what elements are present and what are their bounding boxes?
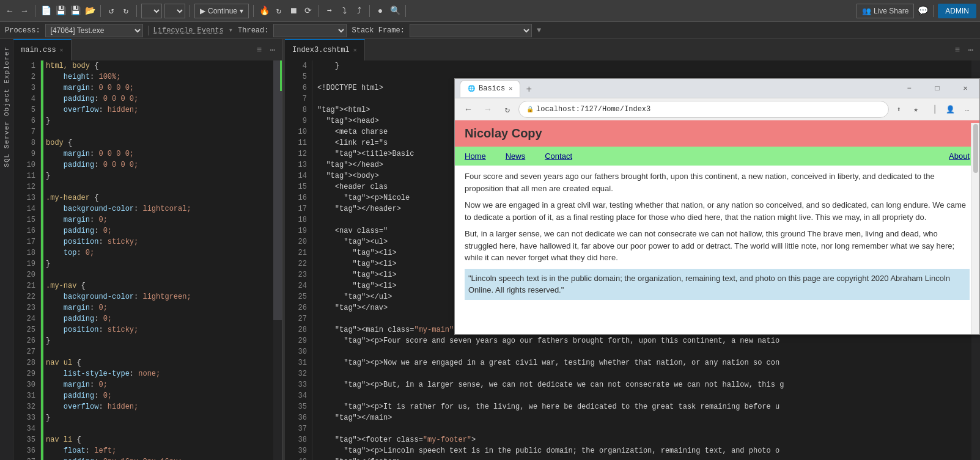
thread-label: Thread: — [238, 26, 268, 35]
feedback-icon[interactable]: 💬 — [916, 5, 929, 17]
cpu-dropdown[interactable]: Any CPU — [164, 4, 185, 18]
main-css-tab[interactable]: main.css ✕ — [13, 39, 72, 60]
css-tab-close[interactable]: ✕ — [60, 46, 64, 54]
breakpoint-icon[interactable]: ● — [374, 5, 386, 17]
redo-icon[interactable]: ↻ — [120, 5, 132, 17]
browser-window: 🌐 Basics ✕ + − □ ✕ ← → ↻ — [454, 78, 980, 335]
browser-tab-strip: 🌐 Basics ✕ + — [455, 80, 895, 97]
sidebar-toggle-icon[interactable]: ▕ — [926, 102, 940, 117]
browser-close-button[interactable]: ✕ — [951, 79, 979, 98]
file-icon[interactable]: 📄 — [40, 5, 52, 17]
index-tab-close[interactable]: ✕ — [353, 46, 357, 54]
stack-frame-selector[interactable] — [410, 24, 532, 37]
continue-button[interactable]: ▶ Continue ▾ — [194, 4, 249, 18]
live-share-button[interactable]: 👥 Live Share — [857, 4, 914, 18]
lifecycle-label: Lifecycle Events — [153, 26, 224, 35]
browser-scrollbar[interactable] — [971, 123, 979, 334]
sep2 — [100, 5, 101, 17]
stop-icon[interactable]: ⏹ — [287, 5, 300, 17]
undo-icon[interactable]: ↺ — [105, 5, 117, 17]
activity-bar: SQL Server Object Explorer — [0, 39, 13, 460]
play-icon: ▶ — [200, 7, 205, 15]
line-numbers: 1234567891011121314151617181920212223242… — [13, 60, 41, 460]
browser-favicon: 🌐 — [468, 85, 475, 92]
main-toolbar: ← → 📄 💾 💾 📂 ↺ ↻ Debug Any CPU ▶ Continue… — [0, 0, 980, 22]
collapse-icon[interactable]: ▼ — [537, 26, 541, 35]
maximize-button[interactable]: □ — [923, 79, 951, 98]
step-over-icon[interactable]: ➡ — [323, 5, 336, 17]
minimap[interactable] — [273, 60, 282, 460]
sep — [148, 26, 149, 35]
site-nav: Home News Contact About — [455, 147, 979, 166]
css-code-area[interactable]: html, body { height: 100%; margin: 0 0 0… — [41, 60, 273, 460]
site-header: Nicolay Copy — [455, 120, 979, 147]
diagnostics-icon[interactable]: 🔍 — [389, 5, 401, 17]
share-page-icon[interactable]: ⬆ — [891, 102, 906, 117]
forward-button[interactable]: → — [479, 101, 496, 118]
fire-icon[interactable]: 🔥 — [258, 5, 270, 17]
index-tab[interactable]: Index3.cshtml ✕ — [285, 39, 365, 60]
sep4 — [190, 5, 190, 17]
refresh-icon[interactable]: ↻ — [273, 5, 285, 17]
settings-icon[interactable]: … — [960, 102, 974, 117]
paragraph-3: But, in a larger sense, we can not dedic… — [465, 228, 970, 264]
nav-home[interactable]: Home — [455, 149, 496, 163]
nav-news[interactable]: News — [496, 149, 536, 163]
process-selector[interactable]: [47064] Test.exe — [45, 24, 143, 37]
lock-icon: 🔒 — [526, 106, 534, 113]
sep5 — [253, 5, 254, 17]
main-content: Four score and seven years ago our fathe… — [455, 166, 979, 310]
url-text: localhost:7127/Home/Index3 — [536, 105, 650, 114]
address-bar[interactable]: 🔒 localhost:7127/Home/Index3 — [518, 101, 889, 118]
profile-icon[interactable]: 👤 — [943, 102, 957, 117]
restart-icon[interactable]: ⟳ — [302, 5, 314, 17]
browser-nav-bar: ← → ↻ 🔒 localhost:7127/Home/Index3 ⬆ ★ ▕… — [455, 98, 979, 120]
process-label: Process: — [5, 26, 40, 35]
dropdown-arrow: ▾ — [240, 7, 243, 15]
bookmark-icon[interactable]: ★ — [908, 102, 923, 117]
thread-selector[interactable] — [273, 24, 347, 37]
paragraph-2: Now we are engaged in a great civil war,… — [465, 199, 970, 223]
new-tab-button[interactable]: + — [521, 82, 536, 97]
paragraph-4: "Lincoln speech text is in the public do… — [465, 269, 970, 300]
scrollbar-thumb — [973, 124, 978, 173]
tab-bar: main.css ✕ ≡ ⋯ — [13, 39, 282, 60]
process-bar: Process: [47064] Test.exe Lifecycle Even… — [0, 22, 980, 39]
index-tab-label: Index3.cshtml — [292, 46, 350, 54]
nav-actions: ⬆ ★ ▕ 👤 … — [891, 102, 974, 117]
open-icon[interactable]: 📂 — [84, 5, 96, 17]
sep6 — [319, 5, 319, 17]
browser-titlebar: 🌐 Basics ✕ + − □ ✕ — [455, 79, 979, 98]
css-editor-content: 1234567891011121314151617181920212223242… — [13, 60, 282, 460]
step-into-icon[interactable]: ⤵ — [338, 5, 350, 17]
stack-frame-label: Stack Frame: — [352, 26, 404, 35]
split-editor-icon[interactable]: ≡ — [254, 45, 265, 56]
right-panel: Index3.cshtml ✕ ≡ ⋯ 45678910111213141516… — [285, 39, 980, 460]
reload-button[interactable]: ↻ — [499, 101, 516, 118]
minimap-thumb — [273, 60, 282, 320]
nav-contact[interactable]: Contact — [535, 149, 582, 163]
browser-tab-title: Basics — [479, 84, 505, 93]
save-icon[interactable]: 💾 — [54, 5, 67, 17]
back-icon[interactable]: ← — [4, 5, 16, 17]
step-out-icon[interactable]: ⤴ — [353, 5, 365, 17]
forward-icon[interactable]: → — [18, 5, 31, 17]
main-layout: SQL Server Object Explorer main.css ✕ ≡ … — [0, 39, 980, 460]
sep8 — [405, 5, 406, 17]
tab-actions: ≡ ⋯ — [250, 39, 282, 60]
site-title: Nicolay Copy — [465, 126, 542, 140]
debug-dropdown[interactable]: Debug — [141, 4, 162, 18]
admin-button[interactable]: ADMIN — [938, 4, 976, 18]
css-editor-panel: main.css ✕ ≡ ⋯ 1234567891011121314151617… — [13, 39, 282, 460]
browser-tab-basics[interactable]: 🌐 Basics ✕ — [460, 80, 520, 97]
window-controls: − □ ✕ — [895, 79, 979, 98]
sep1 — [35, 5, 35, 17]
minimize-button[interactable]: − — [895, 79, 923, 98]
more-actions-icon[interactable]: ⋯ — [267, 45, 278, 56]
index-split-icon[interactable]: ≡ — [952, 45, 963, 56]
save-all-icon[interactable]: 💾 — [69, 5, 81, 17]
browser-tab-close-btn[interactable]: ✕ — [509, 85, 512, 92]
index-more-icon[interactable]: ⋯ — [965, 45, 976, 56]
back-button[interactable]: ← — [460, 101, 477, 118]
lifecycle-dropdown-arrow[interactable]: ▾ — [229, 26, 233, 35]
